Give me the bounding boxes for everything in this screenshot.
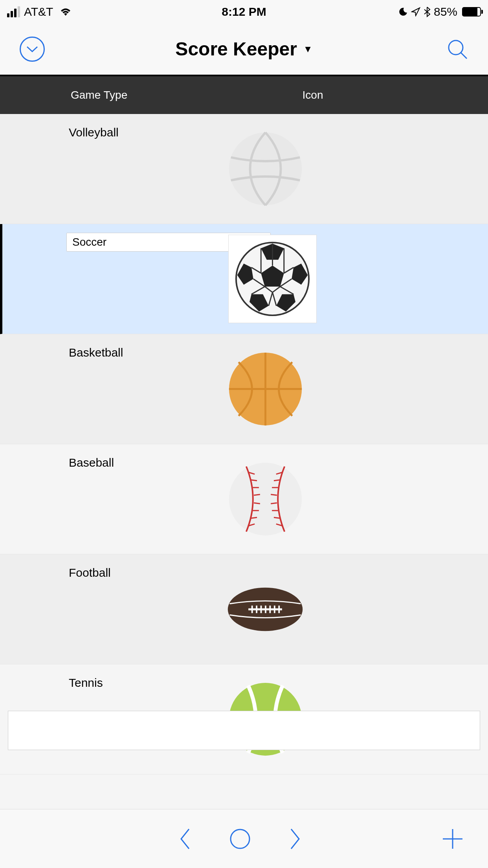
location-icon: [411, 7, 420, 17]
row-label-cell: Football: [0, 554, 216, 664]
signal-icon: [7, 6, 20, 17]
status-bar: AT&T 8:12 PM 85%: [0, 0, 488, 24]
row-label-cell: Basketball: [0, 334, 216, 444]
svg-line-15: [254, 495, 260, 495]
row-icon-cell[interactable]: [216, 114, 488, 224]
row-label-cell: Volleyball: [0, 114, 216, 224]
row-icon-cell[interactable]: [216, 334, 488, 444]
home-button[interactable]: [228, 825, 252, 853]
page-title-dropdown[interactable]: Score Keeper ▼: [59, 38, 429, 60]
table-header: Game Type Icon: [0, 75, 488, 114]
svg-line-26: [273, 517, 280, 518]
svg-line-1: [461, 53, 467, 59]
svg-point-11: [229, 463, 301, 535]
svg-line-23: [271, 495, 277, 495]
moon-icon: [398, 7, 408, 17]
bottom-input[interactable]: [8, 711, 480, 750]
football-icon: [226, 570, 305, 649]
row-icon-cell[interactable]: [218, 224, 488, 334]
header-icon: Icon: [216, 89, 488, 101]
svg-line-13: [251, 480, 257, 481]
volleyball-icon: [226, 130, 305, 208]
baseball-icon: [226, 460, 305, 539]
svg-point-0: [449, 40, 463, 55]
battery-label: 85%: [434, 5, 457, 18]
bluetooth-icon: [424, 6, 431, 17]
dropdown-button[interactable]: [20, 37, 45, 62]
nav-bar: Score Keeper ▼: [0, 24, 488, 75]
row-label-cell: [2, 224, 218, 334]
row-label-cell: Baseball: [0, 444, 216, 554]
svg-point-38: [231, 829, 250, 848]
row-icon-cell[interactable]: [216, 444, 488, 554]
svg-line-18: [251, 517, 257, 518]
svg-line-24: [271, 503, 277, 504]
header-game-type: Game Type: [0, 89, 216, 101]
status-time: 8:12 PM: [222, 5, 266, 18]
search-button[interactable]: [446, 38, 468, 60]
status-right: 85%: [398, 5, 481, 18]
table-row[interactable]: Baseball: [0, 444, 488, 554]
chevron-down-icon: ▼: [303, 44, 313, 55]
prev-button[interactable]: [177, 825, 193, 853]
table-row[interactable]: Volleyball: [0, 114, 488, 224]
status-left: AT&T: [7, 5, 72, 18]
bottom-toolbar: [0, 809, 488, 868]
svg-line-21: [273, 480, 280, 481]
battery-icon: [462, 7, 481, 17]
table-row[interactable]: [0, 224, 488, 334]
wifi-icon: [59, 7, 72, 17]
carrier-label: AT&T: [24, 5, 53, 18]
row-icon-cell[interactable]: [216, 554, 488, 664]
svg-point-2: [229, 132, 301, 205]
svg-line-16: [254, 503, 260, 504]
next-button[interactable]: [287, 825, 303, 853]
page-title: Score Keeper: [175, 38, 297, 60]
table-row[interactable]: Basketball: [0, 334, 488, 444]
soccer-icon: [228, 235, 317, 323]
add-button[interactable]: [439, 825, 466, 853]
basketball-icon: [226, 350, 305, 428]
table-row[interactable]: Football: [0, 554, 488, 664]
